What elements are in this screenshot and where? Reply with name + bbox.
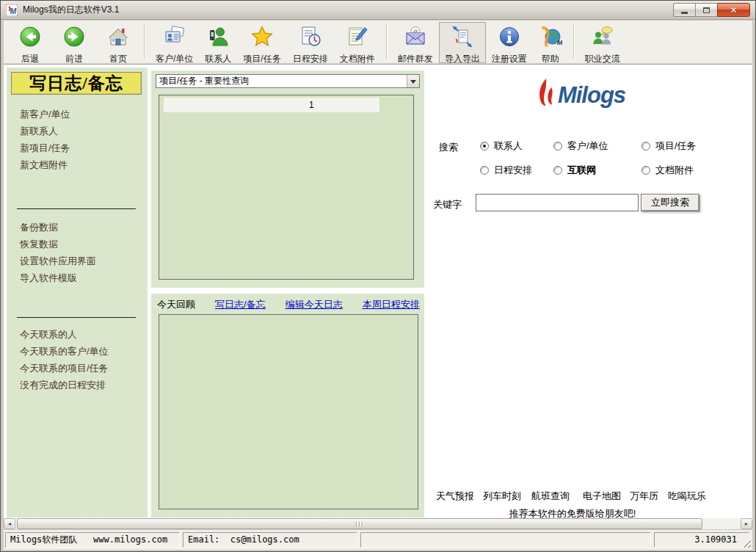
toolbar-button-customers[interactable]: 客户/单位	[150, 22, 199, 63]
sidebar-item-new-attachment[interactable]: 新文档附件	[20, 156, 143, 173]
link-e-map[interactable]: 电子地图	[583, 490, 621, 503]
sidebar-item-today-projects[interactable]: 今天联系的项目/任务	[20, 360, 143, 377]
toolbar-button-contacts[interactable]: 联系人	[199, 22, 237, 63]
toolbar-button-back[interactable]: 后退	[12, 22, 48, 63]
sidebar-item-restore-data[interactable]: 恢复数据	[20, 236, 143, 253]
milogs-flame-icon	[537, 78, 556, 113]
toolbar-separator	[573, 24, 574, 59]
query-dropdown[interactable]: 项目/任务 - 重要性查询	[156, 74, 420, 88]
link-food-fun[interactable]: 吃喝玩乐	[668, 490, 706, 503]
phone-globe-icon: M	[539, 25, 562, 51]
titlebar: M Milogs我的日志软件V3.1 ✕	[1, 1, 755, 20]
sidebar-header-write-log[interactable]: 写日志/备忘	[11, 72, 142, 95]
chevron-down-icon[interactable]	[407, 75, 419, 87]
radio-option-schedule[interactable]: 日程安排	[480, 164, 532, 177]
horizontal-scrollbar[interactable]: ◄ ►	[4, 518, 752, 529]
app-logo-icon: M	[6, 4, 18, 16]
radio-label: 客户/单位	[567, 139, 608, 153]
radio-icon[interactable]	[553, 166, 562, 175]
toolbar-button-register[interactable]: 注册设置	[486, 22, 533, 63]
scroll-right-arrow-icon[interactable]: ►	[741, 518, 752, 529]
sidebar-item-today-contacts[interactable]: 今天联系的人	[20, 326, 143, 343]
sidebar-group-new: 新客户/单位 新联系人 新项目/任务 新文档附件	[20, 106, 143, 173]
today-review-panel: 今天回顾 写日志/备忘 编辑今天日志 本周日程安排	[151, 294, 424, 518]
sidebar-item-new-customer[interactable]: 新客户/单位	[20, 106, 143, 123]
toolbar-button-career[interactable]: 职业交流	[579, 22, 626, 63]
toolbar-button-forward[interactable]: 前进	[57, 22, 92, 63]
toolbar-button-mail[interactable]: @ 邮件群发	[392, 22, 439, 63]
search-label: 搜索	[439, 141, 458, 154]
statusbar-email-pane: Email: cs@milogs.com	[183, 532, 357, 548]
list-column-header[interactable]: 1	[164, 98, 379, 112]
sidebar-item-ui-settings[interactable]: 设置软件应用界面	[20, 253, 143, 269]
radio-icon[interactable]	[641, 166, 650, 175]
close-button[interactable]: ✕	[717, 3, 750, 17]
query-dropdown-value: 项目/任务 - 重要性查询	[159, 75, 249, 87]
radio-icon[interactable]	[480, 166, 489, 175]
radio-label: 项目/任务	[655, 139, 697, 153]
radio-option-projects[interactable]: 项目/任务	[641, 139, 697, 153]
today-review-list[interactable]	[159, 314, 418, 509]
link-weather[interactable]: 天气预报	[436, 490, 474, 503]
scroll-left-arrow-icon[interactable]: ◄	[4, 518, 15, 529]
radio-option-attachments[interactable]: 文档附件	[641, 164, 694, 177]
radio-label: 日程安排	[494, 164, 532, 177]
info-icon	[498, 25, 521, 51]
radio-option-customers[interactable]: 客户/单位	[553, 139, 608, 153]
statusbar-version-pane: 3.109031	[654, 532, 749, 548]
radio-option-internet[interactable]: 互联网	[553, 164, 596, 177]
minimize-button[interactable]	[673, 3, 695, 17]
radio-icon[interactable]	[641, 142, 650, 150]
resize-grip-icon[interactable]	[742, 539, 751, 548]
scrollbar-thumb[interactable]	[17, 518, 702, 529]
document-pen-icon	[346, 25, 369, 51]
radio-label: 联系人	[494, 139, 523, 153]
toolbar: 后退 前进 首页 客户/单位 联系人 项目/任务 日程安排 文档附件	[4, 21, 752, 64]
toolbar-separator	[386, 24, 387, 59]
toolbar-button-projects[interactable]: 项目/任务	[237, 22, 286, 63]
sidebar-item-new-project[interactable]: 新项目/任务	[20, 139, 143, 156]
keyword-input[interactable]	[476, 194, 639, 211]
main-area: 写日志/备忘 新客户/单位 新联系人 新项目/任务 新文档附件 备份数据 恢复数…	[4, 64, 752, 518]
link-write-log[interactable]: 写日志/备忘	[215, 298, 266, 311]
link-train-times[interactable]: 列车时刻	[483, 490, 521, 503]
toolbar-button-import-export[interactable]: 导入导出	[439, 22, 486, 63]
window-title: Milogs我的日志软件V3.1	[23, 1, 119, 19]
back-icon	[18, 25, 42, 51]
link-edit-today-log[interactable]: 编辑今天日志	[286, 298, 343, 311]
sidebar-group-data: 备份数据 恢复数据 设置软件应用界面 导入软件模版	[20, 219, 143, 286]
toolbar-separator	[144, 24, 145, 59]
toolbar-button-attachments[interactable]: 文档附件	[334, 22, 381, 63]
milogs-logo: Milogs	[515, 78, 647, 113]
sidebar-item-today-customers[interactable]: 今天联系的客户/单位	[20, 343, 143, 360]
sidebar-item-backup-data[interactable]: 备份数据	[20, 219, 143, 236]
radio-option-contacts[interactable]: 联系人	[480, 139, 523, 153]
sidebar-item-import-template[interactable]: 导入软件模版	[20, 269, 143, 286]
radio-icon[interactable]	[480, 142, 489, 150]
link-flight-search[interactable]: 航班查询	[531, 490, 570, 503]
toolbar-button-schedule[interactable]: 日程安排	[287, 22, 334, 63]
svg-text:M: M	[557, 39, 562, 46]
forward-icon	[62, 25, 86, 51]
query-panel: 项目/任务 - 重要性查询 1	[151, 70, 424, 288]
people-chat-icon	[591, 25, 614, 51]
statusbar-team-pane: Milogs软件团队 www.milogs.com	[5, 532, 180, 548]
app-window: M Milogs我的日志软件V3.1 ✕ 后退 前进 首页 客户/单位	[0, 0, 756, 552]
sidebar-item-unfinished-schedule[interactable]: 没有完成的日程安排	[20, 377, 143, 393]
schedule-icon	[299, 25, 322, 51]
maximize-button[interactable]	[695, 3, 717, 17]
search-now-button[interactable]: 立即搜索	[641, 194, 699, 211]
toolbar-button-home[interactable]: 首页	[101, 22, 136, 63]
keyword-label: 关键字	[433, 198, 462, 211]
sidebar-item-new-contact[interactable]: 新联系人	[20, 123, 143, 139]
toolbar-button-help[interactable]: M 帮助	[533, 22, 568, 63]
link-calendar[interactable]: 万年历	[630, 490, 658, 503]
today-review-row: 今天回顾 写日志/备忘 编辑今天日志 本周日程安排	[157, 298, 420, 311]
radio-label: 文档附件	[655, 164, 694, 177]
radio-label: 互联网	[567, 164, 596, 177]
radio-icon[interactable]	[553, 142, 562, 150]
sidebar-divider	[17, 208, 136, 209]
link-week-schedule[interactable]: 本周日程安排	[363, 298, 420, 311]
query-result-list[interactable]: 1	[159, 95, 414, 280]
sidebar: 写日志/备忘 新客户/单位 新联系人 新项目/任务 新文档附件 备份数据 恢复数…	[7, 68, 148, 518]
